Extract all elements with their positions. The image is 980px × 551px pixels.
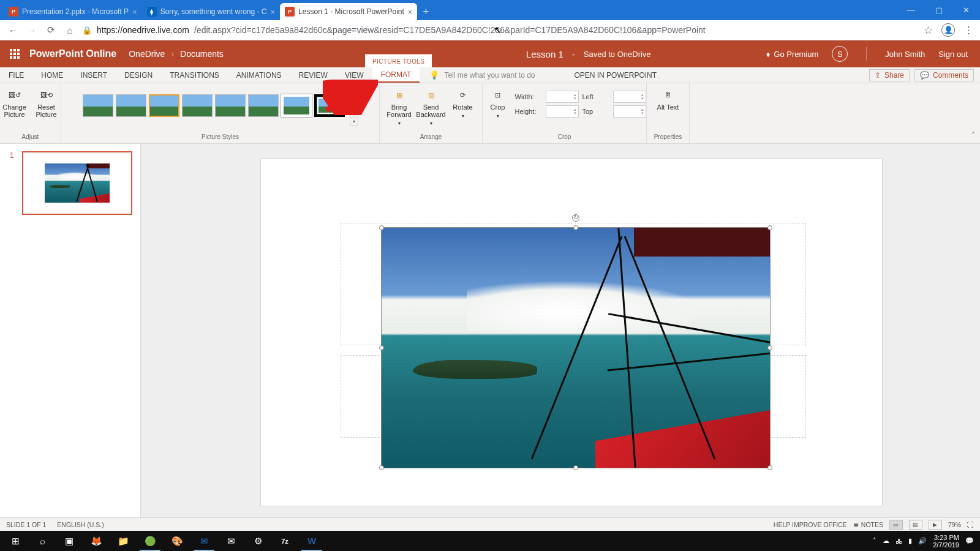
crumb-documents[interactable]: Documents: [180, 49, 224, 59]
settings-icon[interactable]: ⚙: [245, 531, 271, 551]
picture-style-2[interactable]: [116, 94, 146, 117]
tray-chevron-icon[interactable]: ˄: [873, 537, 876, 545]
comments-button[interactable]: 💬Comments: [914, 69, 974, 81]
resize-handle-ne[interactable]: [767, 225, 772, 230]
picture-style-8[interactable]: [314, 94, 345, 117]
rotate-handle[interactable]: [572, 214, 579, 222]
reload-button[interactable]: ⟳: [44, 23, 58, 37]
resize-handle-e[interactable]: [767, 345, 772, 350]
network-icon[interactable]: 🖧: [895, 538, 902, 545]
picture-style-6[interactable]: [248, 94, 279, 117]
picture-style-5[interactable]: [215, 94, 246, 117]
fit-to-window-icon[interactable]: ⛶: [967, 521, 974, 528]
rotate-button[interactable]: ⟳Rotate▾: [448, 86, 478, 120]
task-view-button[interactable]: ▣: [56, 531, 82, 551]
sign-out-button[interactable]: Sign out: [938, 50, 968, 59]
share-button[interactable]: ⇪Share: [869, 69, 910, 81]
close-window-button[interactable]: ✕: [952, 0, 980, 20]
picture-style-1[interactable]: [83, 94, 113, 117]
star-icon[interactable]: ☆: [924, 24, 933, 37]
tab-review[interactable]: REVIEW: [290, 67, 336, 83]
forward-button[interactable]: →: [25, 23, 39, 37]
tab-presentation2[interactable]: P Presentation 2.pptx - Microsoft P ×: [4, 3, 142, 20]
onedrive-tray-icon[interactable]: ☁: [883, 537, 889, 545]
app-icon[interactable]: 🎨: [164, 531, 190, 551]
tab-home[interactable]: HOME: [32, 67, 72, 83]
resize-handle-w[interactable]: [379, 345, 384, 350]
language-indicator[interactable]: ENGLISH (U.S.): [57, 521, 104, 528]
close-icon[interactable]: ×: [271, 7, 276, 17]
picture-style-4[interactable]: [182, 94, 213, 117]
alt-text-button[interactable]: 🖹Alt Text: [654, 86, 683, 111]
collapse-ribbon-icon[interactable]: ˄: [971, 131, 975, 140]
reset-picture-button[interactable]: 🖼⟲Reset Picture: [32, 86, 61, 118]
picture-style-3[interactable]: [149, 94, 179, 117]
skype-icon[interactable]: S: [832, 46, 848, 62]
tab-transitions[interactable]: TRANSITIONS: [161, 67, 228, 83]
app-launcher-icon[interactable]: [0, 40, 29, 67]
spinner-arrows-icon[interactable]: ▴▾: [641, 93, 644, 100]
back-button[interactable]: ←: [6, 23, 20, 37]
outlook-icon[interactable]: ✉: [191, 531, 217, 551]
send-backward-button[interactable]: ▧Send Backward▾: [417, 86, 446, 127]
user-name[interactable]: John Smith: [885, 50, 925, 59]
menu-icon[interactable]: ⋮: [963, 24, 974, 37]
word-icon[interactable]: W: [299, 531, 325, 551]
bring-forward-button[interactable]: ▦Bring Forward▾: [385, 86, 414, 127]
resize-handle-nw[interactable]: [379, 225, 384, 230]
tab-lesson1[interactable]: P Lesson 1 - Microsoft PowerPoint ×: [280, 3, 417, 20]
resize-handle-s[interactable]: [573, 465, 578, 470]
zoom-level[interactable]: 79%: [948, 521, 961, 528]
resize-handle-n[interactable]: [573, 225, 578, 230]
close-icon[interactable]: ×: [132, 7, 137, 17]
new-tab-button[interactable]: +: [417, 3, 434, 20]
close-icon[interactable]: ×: [408, 7, 413, 17]
clock[interactable]: 3:23 PM2/7/2019: [933, 534, 959, 549]
picture-style-7[interactable]: [281, 94, 312, 117]
spinner-arrows-icon[interactable]: ▴▾: [574, 93, 576, 100]
home-button[interactable]: ⌂: [63, 23, 77, 37]
tab-insert[interactable]: INSERT: [72, 67, 116, 83]
left-input[interactable]: ▴▾: [613, 91, 646, 103]
chrome-icon[interactable]: 🟢: [137, 531, 163, 551]
minimize-button[interactable]: —: [897, 0, 925, 20]
mail-icon[interactable]: ✉: [218, 531, 244, 551]
go-premium-button[interactable]: ♦Go Premium: [766, 50, 819, 59]
volume-icon[interactable]: 🔊: [918, 537, 927, 545]
tab-animations[interactable]: ANIMATIONS: [228, 67, 290, 83]
battery-icon[interactable]: ▮: [908, 537, 912, 545]
reading-view-button[interactable]: ▤: [909, 520, 922, 530]
app-brand[interactable]: PowerPoint Online: [29, 48, 129, 59]
start-button[interactable]: ⊞: [2, 531, 28, 551]
picture-styles-more[interactable]: ▴▾▾: [350, 103, 358, 126]
top-input[interactable]: ▴▾: [613, 105, 646, 118]
resize-handle-sw[interactable]: [379, 465, 384, 470]
file-explorer-icon[interactable]: 📁: [110, 531, 136, 551]
height-input[interactable]: ▴▾: [546, 105, 579, 118]
firefox-icon[interactable]: 🦊: [83, 531, 109, 551]
help-improve-link[interactable]: HELP IMPROVE OFFICE: [774, 521, 847, 528]
tell-me-search[interactable]: 💡Tell me what you want to do: [429, 67, 564, 83]
url-field[interactable]: 🔒 https://onedrive.live.com/edit.aspx?ci…: [82, 25, 918, 35]
selected-picture[interactable]: [381, 227, 771, 468]
slide-counter[interactable]: SLIDE 1 OF 1: [6, 521, 46, 528]
slideshow-view-button[interactable]: ▶: [929, 520, 942, 530]
tab-file[interactable]: FILE: [0, 67, 32, 83]
maximize-button[interactable]: ▢: [925, 0, 952, 20]
open-in-powerpoint[interactable]: OPEN IN POWERPOINT: [564, 67, 666, 83]
spinner-arrows-icon[interactable]: ▴▾: [574, 108, 576, 115]
crumb-onedrive[interactable]: OneDrive: [129, 49, 165, 59]
document-title[interactable]: Lesson 1: [526, 49, 564, 59]
width-input[interactable]: ▴▾: [546, 91, 579, 103]
tab-error[interactable]: ⧫ Sorry, something went wrong - C ×: [142, 3, 280, 20]
slide-thumbnail-1[interactable]: [22, 151, 132, 215]
7zip-icon[interactable]: 7z: [272, 531, 298, 551]
tab-design[interactable]: DESIGN: [116, 67, 161, 83]
slide-canvas-area[interactable]: [141, 144, 980, 531]
search-button[interactable]: ⌕: [29, 531, 55, 551]
profile-icon[interactable]: 👤: [941, 23, 955, 37]
notes-toggle[interactable]: ≣NOTES: [853, 521, 883, 528]
tab-view[interactable]: VIEW: [336, 67, 372, 83]
spinner-arrows-icon[interactable]: ▴▾: [641, 108, 644, 115]
resize-handle-se[interactable]: [767, 465, 772, 470]
